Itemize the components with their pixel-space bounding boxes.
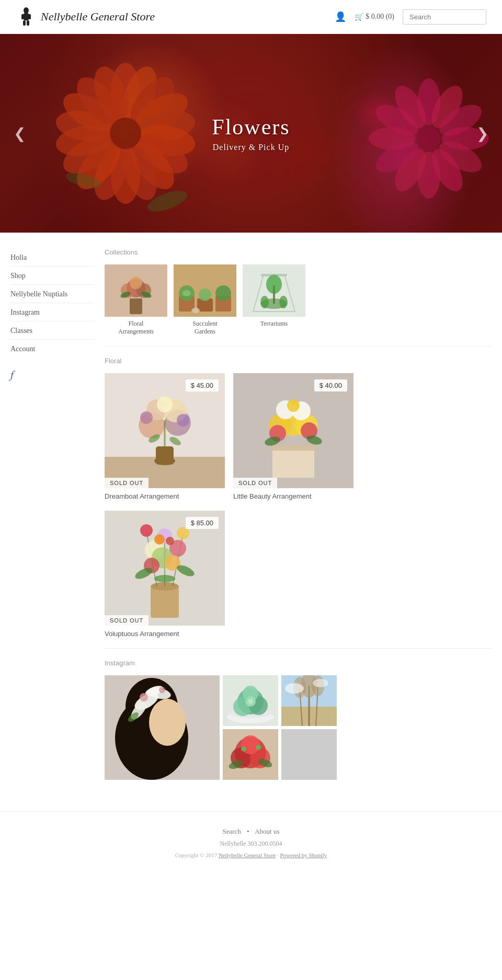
svg-point-154 xyxy=(313,679,328,687)
collection-terrarium-label: Terrariums xyxy=(243,320,305,328)
collection-terrarium-img xyxy=(243,264,305,317)
terrariums-image xyxy=(243,264,305,317)
header-right: 👤 🛒 $ 0.00 (0) xyxy=(335,9,486,25)
collection-succulent-label: Succulent Gardens xyxy=(174,320,236,336)
little-beauty-name: Little Beauty Arrangement xyxy=(233,492,353,500)
main-content: Holla Shop Nellybelle Nuptials Instagram… xyxy=(0,233,502,795)
svg-point-45 xyxy=(130,276,142,289)
svg-point-113 xyxy=(154,534,165,545)
dreamboat-name: Dreamboat Arrangement xyxy=(105,492,225,500)
svg-point-0 xyxy=(24,7,29,14)
product-little-beauty[interactable]: $ 40.00 SOLD OUT Little Beauty Arrangeme… xyxy=(233,373,353,500)
instagram-section: Instagram xyxy=(105,659,492,780)
svg-point-63 xyxy=(260,296,269,308)
cart-area[interactable]: 🛒 $ 0.00 (0) xyxy=(355,13,394,21)
svg-point-124 xyxy=(140,693,148,701)
instagram-small-3[interactable] xyxy=(281,675,337,726)
sidebar-nav: Holla Shop Nellybelle Nuptials Instagram… xyxy=(10,248,94,358)
hero-arrow-right[interactable]: ❯ xyxy=(471,120,494,147)
product-voluptuous-img-wrap: $ 85.00 SOLD OUT xyxy=(105,511,225,626)
instagram-small-image-1 xyxy=(223,675,278,726)
svg-rect-4 xyxy=(23,20,26,26)
svg-point-24 xyxy=(110,118,141,149)
collections-grid: Floral Arrangements xyxy=(105,264,492,336)
hero-subtitle: Delivery & Pick Up xyxy=(212,143,290,152)
sidebar-item-classes[interactable]: Classes xyxy=(10,321,94,340)
product-voluptuous[interactable]: $ 85.00 SOLD OUT Voluptuous Arrangement xyxy=(105,511,225,638)
footer-store-link[interactable]: Nellybelle General Store xyxy=(219,852,276,858)
footer-about-link[interactable]: About us xyxy=(255,827,279,835)
svg-point-94 xyxy=(287,399,300,412)
instagram-small-1[interactable] xyxy=(223,675,278,726)
sidebar-item-shop[interactable]: Shop xyxy=(10,267,94,285)
divider-1 xyxy=(105,346,492,347)
svg-point-79 xyxy=(177,414,189,426)
instagram-small-2[interactable] xyxy=(223,729,278,780)
content-area: Collections xyxy=(105,248,492,780)
sidebar-item-instagram[interactable]: Instagram xyxy=(10,303,94,321)
floral-arrangements-image xyxy=(105,264,167,317)
site-footer: Search • About us Nellybelle 303.200.050… xyxy=(0,811,502,869)
little-beauty-price: $ 40.00 xyxy=(314,379,347,391)
footer-phone: Nellybelle 303.200.0504 xyxy=(10,840,492,848)
collection-succulent-img xyxy=(174,264,236,317)
svg-point-153 xyxy=(285,683,304,694)
collection-floral[interactable]: Floral Arrangements xyxy=(105,264,167,336)
succulent-gardens-image xyxy=(174,264,236,317)
svg-point-143 xyxy=(241,746,246,752)
footer-copyright: Copyright © 2017 Nellybelle General Stor… xyxy=(10,852,492,858)
account-icon[interactable]: 👤 xyxy=(335,11,346,22)
svg-rect-83 xyxy=(272,446,314,478)
svg-point-114 xyxy=(166,537,174,545)
sidebar: Holla Shop Nellybelle Nuptials Instagram… xyxy=(10,248,94,780)
svg-point-119 xyxy=(149,699,186,746)
cart-icon: 🛒 xyxy=(355,13,363,21)
collection-succulent[interactable]: Succulent Gardens xyxy=(174,264,236,336)
svg-rect-69 xyxy=(156,446,174,465)
svg-point-125 xyxy=(159,687,165,693)
facebook-icon[interactable]: 𝑓 xyxy=(10,368,94,382)
site-header: Nellybelle General Store 👤 🛒 $ 0.00 (0) xyxy=(0,0,502,34)
hero-title: Flowers xyxy=(212,114,290,140)
svg-point-103 xyxy=(140,524,153,537)
sidebar-item-nuptials[interactable]: Nellybelle Nuptials xyxy=(10,285,94,303)
svg-point-112 xyxy=(154,575,175,582)
collection-floral-img xyxy=(105,264,167,317)
instagram-small-image-2 xyxy=(223,729,278,780)
product-dreamboat-img-wrap: $ 45.00 SOLD OUT xyxy=(105,373,225,488)
hero-arrow-left[interactable]: ❮ xyxy=(8,120,31,147)
svg-point-80 xyxy=(157,397,173,412)
svg-rect-41 xyxy=(130,298,142,314)
instagram-small-4 xyxy=(281,729,337,780)
sidebar-item-account[interactable]: Account xyxy=(10,340,94,358)
instagram-large-image xyxy=(105,675,220,780)
hero-banner: Flowers Delivery & Pick Up ❮ ❯ xyxy=(0,34,502,233)
logo-icon xyxy=(16,6,37,27)
dreamboat-sold-out: SOLD OUT xyxy=(105,478,149,488)
sidebar-item-holla[interactable]: Holla xyxy=(10,248,94,267)
footer-search-link[interactable]: Search xyxy=(222,827,241,835)
logo-area[interactable]: Nellybelle General Store xyxy=(16,6,155,27)
svg-point-64 xyxy=(279,296,288,308)
products-grid-2: $ 85.00 SOLD OUT Voluptuous Arrangement xyxy=(105,511,492,638)
divider-2 xyxy=(105,648,492,649)
search-input[interactable] xyxy=(403,9,486,25)
svg-point-78 xyxy=(140,411,153,424)
voluptuous-name: Voluptuous Arrangement xyxy=(105,630,225,638)
floral-title: Floral xyxy=(105,357,492,365)
product-dreamboat[interactable]: $ 45.00 SOLD OUT Dreamboat Arrangement xyxy=(105,373,225,500)
svg-point-56 xyxy=(191,308,200,313)
collections-title: Collections xyxy=(105,248,492,256)
instagram-small-image-3 xyxy=(281,675,337,726)
svg-point-62 xyxy=(266,275,282,294)
store-name: Nellybelle General Store xyxy=(41,10,155,24)
instagram-large-img[interactable] xyxy=(105,675,220,780)
product-little-beauty-img-wrap: $ 40.00 SOLD OUT xyxy=(233,373,353,488)
collection-terrarium[interactable]: Terrariums xyxy=(243,264,305,336)
voluptuous-sold-out: SOLD OUT xyxy=(105,615,149,626)
dreamboat-price: $ 45.00 xyxy=(186,379,219,391)
svg-rect-97 xyxy=(151,586,179,618)
svg-rect-1 xyxy=(24,13,29,20)
footer-shopify-link[interactable]: Powered by Shopify xyxy=(280,852,327,858)
svg-point-53 xyxy=(199,289,211,301)
